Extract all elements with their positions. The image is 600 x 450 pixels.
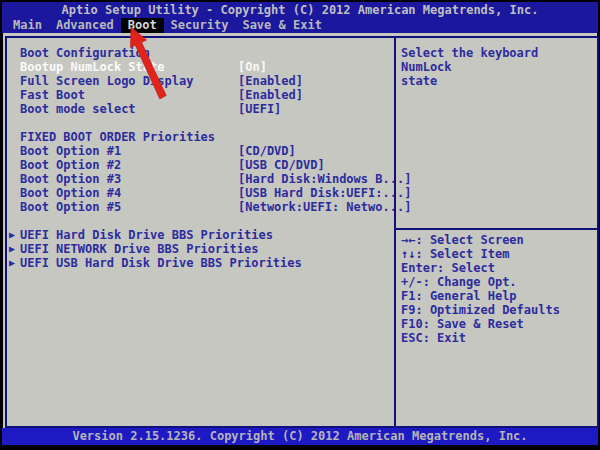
key-hint-change-opt: +/-: Change Opt. — [401, 275, 595, 289]
submenu-arrow-icon: ▶ — [9, 242, 15, 256]
menu-item-boot[interactable]: Boot — [121, 18, 164, 33]
option-value: [Enabled] — [238, 74, 303, 88]
submenu-uefi-hard-disk-bbs[interactable]: ▶ UEFI Hard Disk Drive BBS Priorities — [7, 228, 394, 242]
key-legend: →←: Select Screen ↑↓: Select Item Enter:… — [396, 230, 597, 426]
help-pane: Select the keyboard NumLock state →←: Se… — [396, 38, 597, 426]
key-hint-f10: F10: Save & Reset — [401, 317, 595, 331]
submenu-arrow-icon: ▶ — [9, 256, 15, 270]
menu-item-security[interactable]: Security — [164, 18, 236, 33]
submenu-uefi-network-bbs[interactable]: ▶ UEFI NETWORK Drive BBS Priorities — [7, 242, 394, 256]
key-hint-select-screen: →←: Select Screen — [401, 233, 595, 247]
menu-item-save-exit[interactable]: Save & Exit — [235, 18, 328, 33]
menu-item-advanced[interactable]: Advanced — [49, 18, 121, 33]
options-pane: Boot Configuration Bootup NumLock State … — [7, 38, 396, 426]
submenu-uefi-usb-hard-disk-bbs[interactable]: ▶ UEFI USB Hard Disk Drive BBS Prioritie… — [7, 256, 394, 270]
option-boot-option-3[interactable]: Boot Option #3 [Hard Disk:Windows B...] — [7, 172, 394, 186]
option-value: [Enabled] — [238, 88, 303, 102]
key-hint-f9: F9: Optimized Defaults — [401, 303, 595, 317]
option-boot-option-5[interactable]: Boot Option #5 [Network:UEFI: Netwo...] — [7, 200, 394, 214]
option-value: [CD/DVD] — [238, 144, 296, 158]
option-full-screen-logo[interactable]: Full Screen Logo Display [Enabled] — [7, 74, 394, 88]
section-heading-boot-configuration: Boot Configuration — [7, 46, 394, 60]
option-value: [UEFI] — [238, 102, 281, 116]
panes-frame: Boot Configuration Bootup NumLock State … — [5, 36, 599, 428]
option-boot-mode-select[interactable]: Boot mode select [UEFI] — [7, 102, 394, 116]
option-value: [USB CD/DVD] — [238, 158, 325, 172]
key-hint-enter: Enter: Select — [401, 261, 595, 275]
spacer — [7, 214, 394, 228]
option-value: [Hard Disk:Windows B...] — [238, 172, 411, 186]
title-bar: Aptio Setup Utility - Copyright (C) 2012… — [2, 2, 598, 18]
option-bootup-numlock-state[interactable]: Bootup NumLock State [On] — [7, 60, 394, 74]
submenu-arrow-icon: ▶ — [9, 228, 15, 242]
key-hint-esc: ESC: Exit — [401, 331, 595, 345]
option-boot-option-4[interactable]: Boot Option #4 [USB Hard Disk:UEFI:...] — [7, 186, 394, 200]
option-value: [USB Hard Disk:UEFI:...] — [238, 186, 411, 200]
option-boot-option-1[interactable]: Boot Option #1 [CD/DVD] — [7, 144, 394, 158]
version-status-bar: Version 2.15.1236. Copyright (C) 2012 Am… — [2, 428, 598, 445]
spacer — [7, 116, 394, 130]
option-fast-boot[interactable]: Fast Boot [Enabled] — [7, 88, 394, 102]
option-value: [Network:UEFI: Netwo...] — [238, 200, 411, 214]
key-hint-f1: F1: General Help — [401, 289, 595, 303]
setup-screen: Boot Configuration Bootup NumLock State … — [3, 33, 597, 445]
item-help-text: Select the keyboard NumLock state — [396, 38, 597, 230]
menu-bar: Main Advanced Boot Security Save & Exit — [2, 18, 598, 33]
menu-item-main[interactable]: Main — [6, 18, 49, 33]
option-value: [On] — [238, 60, 267, 74]
key-hint-select-item: ↑↓: Select Item — [401, 247, 595, 261]
section-heading-fixed-boot-order: FIXED BOOT ORDER Priorities — [7, 130, 394, 144]
option-boot-option-2[interactable]: Boot Option #2 [USB CD/DVD] — [7, 158, 394, 172]
